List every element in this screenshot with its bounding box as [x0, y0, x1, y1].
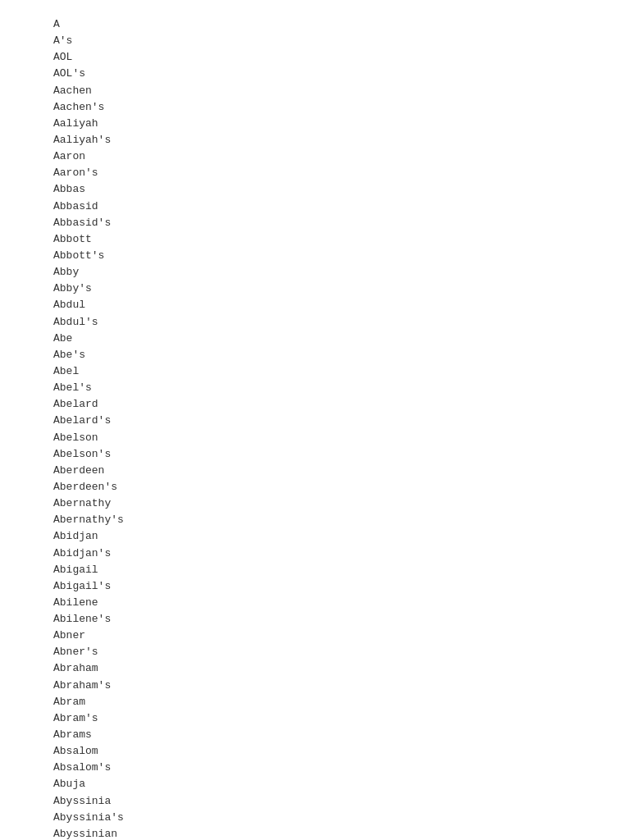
list-item: Abidjan's: [53, 546, 614, 562]
list-item: A's: [53, 33, 614, 49]
list-item: Abyssinian: [53, 826, 614, 840]
list-item: Abraham: [53, 660, 614, 677]
list-item: Abe: [53, 331, 614, 347]
list-item: Abyssinia: [53, 793, 614, 810]
list-item: Absalom: [53, 743, 614, 760]
list-item: Aberdeen: [53, 463, 614, 479]
list-item: Abernathy: [53, 495, 614, 512]
list-item: Abbott's: [53, 248, 614, 264]
list-item: Abilene's: [53, 611, 614, 628]
list-item: Abe's: [53, 347, 614, 363]
list-item: Abel's: [53, 380, 614, 396]
list-item: Abelard: [53, 396, 614, 413]
list-item: Abernathy's: [53, 512, 614, 528]
list-item: Aaliyah: [53, 116, 614, 132]
list-item: Abigail's: [53, 578, 614, 595]
list-item: A: [53, 16, 614, 33]
list-item: Aaron: [53, 148, 614, 165]
list-item: Abuja: [53, 776, 614, 792]
list-item: Abilene: [53, 595, 614, 611]
list-item: Abigail: [53, 562, 614, 578]
list-item: Abidjan: [53, 528, 614, 545]
list-item: Abram: [53, 694, 614, 710]
list-item: Abbas: [53, 181, 614, 198]
list-item: Abby: [53, 264, 614, 281]
list-item: Abbasid: [53, 199, 614, 215]
list-item: Abby's: [53, 281, 614, 297]
list-item: AOL: [53, 49, 614, 66]
list-item: Abdul: [53, 297, 614, 313]
list-item: AOL's: [53, 66, 614, 82]
list-item: Abdul's: [53, 314, 614, 331]
list-item: Aberdeen's: [53, 479, 614, 495]
word-list: AA'sAOLAOL'sAachenAachen'sAaliyahAaliyah…: [53, 16, 614, 840]
list-item: Absalom's: [53, 760, 614, 776]
list-item: Aaliyah's: [53, 132, 614, 148]
list-item: Abyssinia's: [53, 810, 614, 826]
list-item: Abram's: [53, 710, 614, 727]
list-item: Abbasid's: [53, 215, 614, 231]
list-item: Abelson: [53, 430, 614, 446]
list-item: Abraham's: [53, 678, 614, 694]
list-item: Abel: [53, 363, 614, 380]
list-item: Aaron's: [53, 165, 614, 181]
list-item: Abner's: [53, 644, 614, 660]
list-item: Abrams: [53, 727, 614, 743]
list-item: Abelard's: [53, 413, 614, 429]
list-item: Aachen: [53, 83, 614, 99]
list-item: Abbott: [53, 231, 614, 248]
list-item: Abelson's: [53, 446, 614, 463]
list-item: Abner: [53, 628, 614, 644]
list-item: Aachen's: [53, 99, 614, 116]
